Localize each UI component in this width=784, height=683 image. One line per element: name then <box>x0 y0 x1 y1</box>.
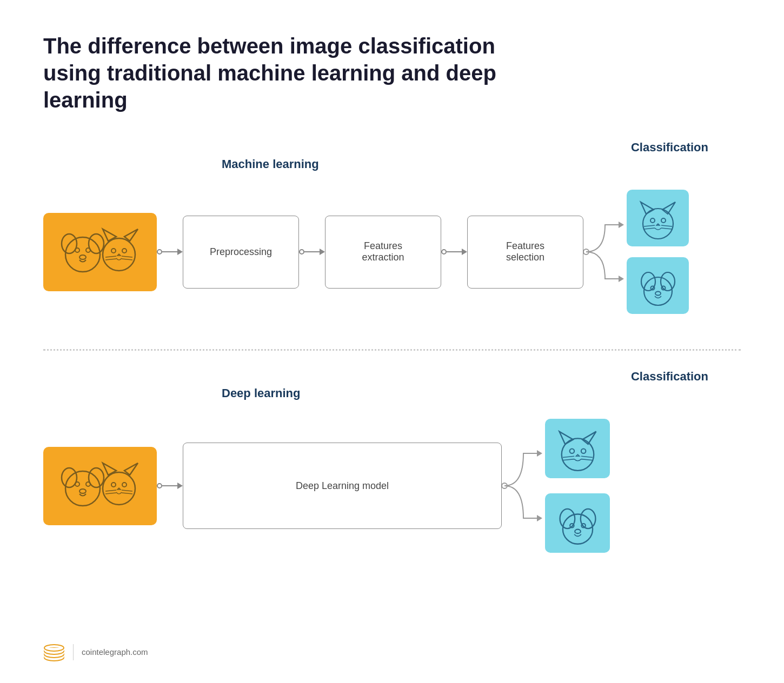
svg-point-32 <box>655 291 661 295</box>
dl-input-animals-icon <box>54 456 146 515</box>
ml-dog-box <box>627 257 689 314</box>
svg-marker-7 <box>124 229 138 241</box>
svg-line-14 <box>122 259 132 260</box>
dl-arrow-1 <box>157 483 183 489</box>
svg-marker-52 <box>582 431 596 444</box>
svg-line-57 <box>562 459 574 460</box>
svg-line-26 <box>661 228 672 229</box>
svg-point-65 <box>575 529 581 533</box>
svg-marker-18 <box>641 202 654 214</box>
svg-line-12 <box>105 259 116 260</box>
svg-point-21 <box>650 218 655 223</box>
svg-marker-17 <box>619 276 624 282</box>
section-divider <box>43 349 741 351</box>
dl-model-label: Deep Learning model <box>296 480 389 492</box>
svg-line-13 <box>122 256 132 257</box>
dl-classification-column <box>545 419 610 553</box>
svg-point-4 <box>86 248 90 252</box>
ml-classification-column <box>627 190 689 314</box>
ml-arrow-1 <box>157 249 183 255</box>
svg-line-25 <box>661 225 672 226</box>
dl-fork-svg <box>502 426 545 545</box>
svg-marker-50 <box>537 515 542 521</box>
deep-learning-section: Classification Deep learning <box>43 370 741 564</box>
svg-line-59 <box>581 459 592 460</box>
dl-input-box <box>43 447 157 525</box>
svg-line-24 <box>644 228 655 229</box>
dl-dog-icon <box>555 500 601 546</box>
ml-fork <box>583 203 627 300</box>
features-selection-box: Features selection <box>467 216 583 289</box>
ml-input-box <box>43 213 157 291</box>
svg-line-47 <box>122 493 132 494</box>
svg-marker-19 <box>662 202 675 214</box>
features-extraction-label: Features extraction <box>362 240 404 263</box>
ml-cat-box <box>627 190 689 246</box>
svg-point-37 <box>86 482 90 486</box>
ml-input-animals-icon <box>54 222 146 282</box>
svg-point-55 <box>581 448 586 453</box>
ml-arrow-2 <box>299 249 325 255</box>
ml-classification-label: Classification <box>43 140 741 155</box>
svg-marker-49 <box>537 450 542 457</box>
svg-point-22 <box>661 218 666 223</box>
dl-cat-box <box>545 419 610 478</box>
svg-line-23 <box>644 225 655 226</box>
svg-point-10 <box>122 249 127 253</box>
svg-line-46 <box>122 490 132 491</box>
svg-point-42 <box>111 483 116 487</box>
svg-point-5 <box>79 255 86 259</box>
svg-point-43 <box>122 483 127 487</box>
machine-learning-section: Classification Machine learning <box>43 140 741 330</box>
ml-cat-icon <box>636 197 680 240</box>
ml-arrow-3 <box>441 249 467 255</box>
svg-point-3 <box>75 248 79 252</box>
svg-point-9 <box>111 249 116 253</box>
footer-logo-icon <box>43 642 65 661</box>
svg-point-54 <box>569 448 574 453</box>
svg-marker-16 <box>619 222 624 228</box>
footer-website: cointelegraph.com <box>82 647 148 657</box>
svg-line-44 <box>105 490 116 491</box>
footer-divider <box>73 644 74 660</box>
features-extraction-box: Features extraction <box>325 216 441 289</box>
svg-line-58 <box>581 456 592 457</box>
dl-dog-box <box>545 493 610 553</box>
svg-line-56 <box>562 456 574 457</box>
svg-line-11 <box>105 256 116 257</box>
ml-dog-icon <box>636 264 680 307</box>
ml-fork-svg <box>583 203 627 300</box>
dl-cat-icon <box>555 426 601 472</box>
page-title: The difference between image classificat… <box>43 32 503 113</box>
svg-marker-51 <box>559 431 573 444</box>
svg-point-38 <box>79 489 86 493</box>
preprocessing-label: Preprocessing <box>210 246 272 258</box>
features-selection-label: Features selection <box>506 240 544 263</box>
svg-line-45 <box>105 493 116 494</box>
footer: cointelegraph.com <box>43 642 148 661</box>
dl-classification-label: Classification <box>43 370 741 384</box>
svg-point-36 <box>75 482 79 486</box>
dl-fork <box>502 426 545 545</box>
svg-marker-40 <box>124 463 138 475</box>
preprocessing-box: Preprocessing <box>183 216 299 289</box>
dl-model-box: Deep Learning model <box>183 443 502 529</box>
